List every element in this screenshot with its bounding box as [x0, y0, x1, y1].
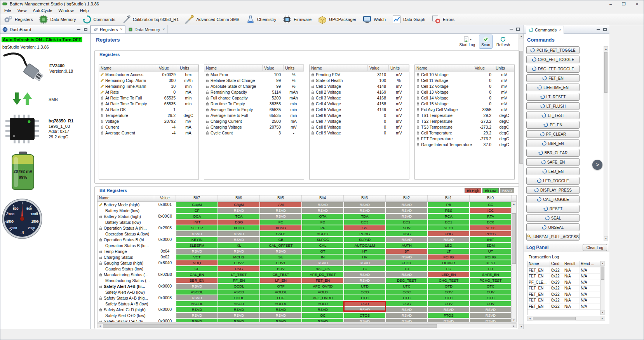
scrollbar-thumb[interactable] — [533, 317, 576, 320]
register-row[interactable]: Cell 14 Voltage0mV — [415, 95, 514, 101]
command-lt-flush[interactable]: LT_FLUSH — [526, 102, 580, 110]
log-row[interactable]: FET_EN0x22N/AN/A — [527, 291, 605, 298]
toolbar-item-chemistry[interactable]: Chemistry — [246, 14, 277, 25]
bit-register-row[interactable]: Gauging Status (low)CFDSGEDVBAL_OKTCTDFC… — [97, 266, 516, 272]
register-row[interactable]: At Rate Time To Full65535min — [99, 95, 198, 101]
register-row[interactable]: Cell 10 Voltage0mV — [415, 71, 514, 77]
bit-register-row[interactable]: Temp Range0x04RSVDRSVDRSVDOTHTSTLTUT — [97, 248, 516, 254]
toolbar-item-data-graph[interactable]: Data Graph — [392, 14, 425, 25]
register-row[interactable]: Average Time to Full65535min — [204, 112, 304, 118]
scroll-up-icon[interactable]: ▲ — [512, 202, 516, 206]
bit-register-row[interactable]: Safety Alert C+D (high)0x0000RSVDRSVDRSV… — [97, 307, 516, 312]
panel-minimize-icon[interactable] — [76, 27, 81, 32]
register-row[interactable]: Cell 8 Voltage0mV — [310, 124, 409, 130]
register-row[interactable]: Current-4mA — [99, 124, 198, 130]
editor-maximize-icon[interactable] — [515, 27, 520, 32]
scroll-left-icon[interactable]: ◄ — [527, 316, 532, 321]
bit-register-row[interactable]: Battery Mode (low)CFRSVDRSVDRSVDRSVDRSVD… — [97, 207, 516, 213]
scrollbar-thumb[interactable] — [512, 213, 516, 264]
auto-refresh-toggle[interactable]: Auto Refresh is ON - Click to Turn OFF — [2, 37, 82, 42]
register-row[interactable]: Charging Current2500mA — [204, 118, 304, 124]
next-page-button[interactable]: > — [592, 160, 602, 170]
log-row[interactable]: FET_EN0x22N/AN/A — [527, 274, 605, 280]
scrollbar-thumb[interactable] — [103, 324, 437, 328]
register-row[interactable]: TS2 Temperature-273.2degC — [415, 118, 514, 124]
log-vertical-scrollbar[interactable]: ▲ ▼ — [600, 261, 605, 315]
register-row[interactable]: Charging Voltage20750mV — [204, 124, 304, 130]
scroll-down-icon[interactable]: ▼ — [600, 310, 605, 315]
toolbar-item-calibration-bq78350-r1[interactable]: Calibration bq78350_R1 — [122, 14, 179, 25]
scroll-down-icon[interactable]: ▼ — [604, 236, 608, 241]
register-row[interactable]: Cell 3 Voltage4168mV — [310, 95, 409, 101]
scroll-right-icon[interactable]: ► — [600, 316, 605, 321]
scroll-left-icon[interactable]: ◄ — [97, 324, 102, 328]
command-bbr-en[interactable]: BBR_EN — [526, 139, 580, 147]
register-row[interactable]: Run time To Empty38355min — [204, 101, 304, 106]
toolbar-item-gpcpackager[interactable]: GPCPackager — [318, 14, 356, 25]
minimize-button[interactable]: – — [604, 0, 617, 7]
toolbar-item-advanced-comm-smb[interactable]: Advanced Comm SMB — [185, 14, 239, 25]
maximize-button[interactable]: ❐ — [617, 0, 630, 7]
bit-register-row[interactable]: Battery Status (low)INITDSGFCFDEC3EC2EC1… — [97, 219, 516, 225]
register-row[interactable]: Average Time to Empty65535min — [204, 106, 304, 112]
register-row[interactable]: Full charge Capacity5200mAh — [204, 95, 304, 101]
bit-register-row[interactable]: Operation Status B (lo...SLEEPMXLCAL_OFF… — [97, 242, 516, 248]
register-row[interactable]: State of Health100% — [310, 77, 409, 83]
bit-register-row[interactable]: Operation Status A (low)RSVDRSVDSAFEHCFE… — [97, 231, 516, 237]
scrollbar-thumb[interactable] — [604, 52, 607, 93]
bit-register-row[interactable]: Operation Status A (hi...0x2903SLEEPXCHG… — [97, 225, 516, 231]
register-row[interactable]: Cell Temperature29.2degC — [415, 130, 514, 136]
scan-button[interactable]: Scan — [479, 35, 493, 49]
register-row[interactable]: Cell 13 Voltage0mV — [415, 89, 514, 95]
close-button[interactable]: × — [630, 0, 644, 7]
command-unseal[interactable]: UNSEAL — [526, 223, 580, 231]
command-dsg-fet-toggle[interactable]: DSG_FET_TOGGLE — [526, 65, 580, 73]
bit-register-row[interactable]: Safety Status A+B (low)ASCDLASCDAOLDLAOL… — [97, 301, 516, 307]
clear-log-button[interactable]: Clear Log — [583, 244, 607, 251]
menu-view[interactable]: View — [14, 8, 30, 13]
command-seal[interactable]: SEAL — [526, 214, 580, 222]
bit-register-row[interactable]: Charging Status0x02VCTMCHGSUINHVRSVDFCHG… — [97, 254, 516, 260]
command-bbr-clear[interactable]: BBR_CLEAR — [526, 149, 580, 157]
register-row[interactable]: Cell 4 Voltage4158mV — [310, 101, 409, 106]
refresh-button[interactable]: Refresh — [494, 35, 512, 49]
register-row[interactable]: Remaining Capacity5114mAh — [204, 89, 304, 95]
register-row[interactable]: Ext Avg Cell Voltage3355mV — [415, 106, 514, 112]
panel-maximize-icon[interactable] — [83, 27, 88, 32]
register-row[interactable]: Cell 12 Voltage0mV — [415, 83, 514, 89]
register-row[interactable]: Cell 1 Voltage4148mV — [310, 83, 409, 89]
command-lt-test[interactable]: LT_TEST — [526, 112, 580, 119]
register-row[interactable]: Cell 6 Voltage0mV — [310, 112, 409, 118]
register-row[interactable]: Voltage20792mV — [99, 118, 198, 124]
bit-table-vertical-scrollbar[interactable]: ▲ ▼ — [511, 202, 516, 323]
command-unseal-full-access[interactable]: UNSEAL_FULL_ACCESS — [526, 233, 580, 241]
register-row[interactable]: Average Current-4mA — [99, 130, 198, 136]
log-horizontal-scrollbar[interactable]: ◄ ► — [527, 316, 605, 321]
register-row[interactable]: TS1 Temperature29.2degC — [415, 112, 514, 118]
command-display-press[interactable]: DISPLAY_PRESS — [526, 186, 580, 194]
commands-scrollbar[interactable]: ▲ ▼ — [604, 46, 608, 241]
toolbar-item-errors[interactable]: Errors — [432, 14, 454, 25]
command-reset[interactable]: RESET — [526, 205, 580, 213]
register-row[interactable]: Cell 7 Voltage0mV — [310, 118, 409, 124]
register-row[interactable]: Cycle Count3- — [204, 130, 304, 136]
tab-registers[interactable]: Registers× — [91, 25, 125, 33]
register-row[interactable]: Absolute State of Charge99% — [204, 83, 304, 89]
scroll-down-icon[interactable]: ▼ — [512, 318, 516, 323]
menu-file[interactable]: File — [1, 8, 14, 13]
menu-window[interactable]: Window — [56, 8, 77, 13]
register-row[interactable]: Cell 11 Voltage0mV — [415, 77, 514, 83]
register-row[interactable]: Remaining Cap. Alarm300mAh — [99, 77, 198, 83]
command-pchg-fet-toggle[interactable]: PCHG_FET_TOGGLE — [526, 46, 580, 54]
scroll-up-icon[interactable]: ▲ — [604, 47, 608, 51]
register-row[interactable]: At Rate Time To Empty65535min — [99, 101, 198, 106]
toolbar-item-watch[interactable]: Watch — [362, 14, 386, 25]
menu-autocycle[interactable]: AutoCycle — [30, 8, 55, 13]
bit-register-row[interactable]: Safety Alert A+B (hi...0x0000RSVDOCDLOTF… — [97, 283, 516, 289]
bit-table-horizontal-scrollbar[interactable]: ◄ ► — [97, 323, 517, 328]
register-row[interactable]: Cell 15 Voltage0mV — [415, 101, 514, 106]
register-row[interactable]: Cell 9 Voltage0mV — [310, 130, 409, 136]
command-safe-en[interactable]: SAFE_EN — [526, 158, 580, 166]
command-pf-en[interactable]: PF_EN — [526, 121, 580, 129]
bit-register-row[interactable]: Battery Status (high)0x00C0OCATCARSVDOTA… — [97, 213, 516, 219]
